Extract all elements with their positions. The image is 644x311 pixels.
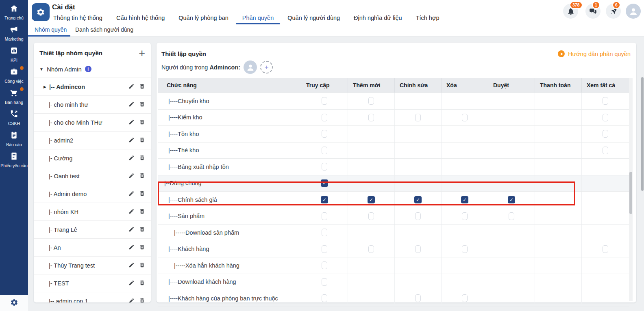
sidebar-item-marketing[interactable]: Marketing <box>0 23 28 44</box>
delete-trash-icon[interactable] <box>139 101 145 108</box>
checkbox-truy-cap-kiem-kho[interactable] <box>322 114 327 121</box>
group-row-trang-le[interactable]: |- Trang Lê <box>34 220 151 238</box>
group-row-admincon[interactable]: ▶|-- Admincon <box>34 78 151 95</box>
checkbox-xoa-kiem-kho[interactable] <box>462 114 468 121</box>
edit-pencil-icon[interactable] <box>128 83 135 91</box>
edit-pencil-icon[interactable] <box>128 280 135 287</box>
delete-trash-icon[interactable] <box>139 119 145 126</box>
checkbox-truy-cap-chuyen-kho[interactable] <box>322 97 327 105</box>
checkbox-truy-cap-ton-kho[interactable] <box>322 130 327 138</box>
delete-trash-icon[interactable] <box>139 262 145 269</box>
member-avatar[interactable] <box>244 60 257 74</box>
delete-trash-icon[interactable] <box>139 208 145 216</box>
checkbox-truy-cap-xoa-han-khach-hang[interactable] <box>322 261 327 269</box>
checkbox-xem-tat-ca-khach-hang[interactable] <box>603 245 608 253</box>
chevron-right-icon[interactable]: ▶ <box>44 85 46 89</box>
tab-dinh-nghia-du-lieu[interactable]: Định nghĩa dữ liệu <box>354 15 402 24</box>
add-user-button[interactable]: + <box>260 61 273 73</box>
user-avatar[interactable] <box>626 4 641 19</box>
messages-button[interactable]: 1 <box>585 4 600 19</box>
checkbox-truy-cap-download-san-pham[interactable] <box>322 229 327 236</box>
checkbox-chinh-sua-san-pham[interactable] <box>415 212 421 220</box>
edit-pencil-icon[interactable] <box>128 262 135 269</box>
root-group-row[interactable]: ▼ Nhóm Admin i <box>34 64 151 74</box>
edit-pencil-icon[interactable] <box>128 137 135 144</box>
rocket-button[interactable]: 6 <box>606 4 621 19</box>
chevron-down-icon[interactable]: ▼ <box>39 67 44 71</box>
checkbox-them-moi-chuyen-kho[interactable] <box>368 97 374 105</box>
checkbox-xem-tat-ca-chuyen-kho[interactable] <box>603 97 608 105</box>
settings-app-icon[interactable] <box>32 3 50 21</box>
tab-quan-ly-nguoi-dung[interactable]: Quản lý người dùng <box>287 15 340 24</box>
window-scrollbar-thumb[interactable] <box>641 77 644 191</box>
checkbox-truy-cap-bang-xuat-nhap-ton[interactable] <box>322 163 327 171</box>
group-row-oanh-test[interactable]: |- Oanh test <box>34 167 151 185</box>
sidebar-item-ban-hang[interactable]: Bán hàng <box>0 86 28 107</box>
group-row-admin2[interactable]: |- admin2 <box>34 131 151 149</box>
checkbox-them-moi-chinh-sach-gia[interactable]: ✓ <box>368 196 375 203</box>
tab-quan-ly-phong-ban[interactable]: Quản lý phòng ban <box>178 15 228 24</box>
checkbox-truy-cap-chinh-sach-gia[interactable]: ✓ <box>321 196 328 203</box>
delete-trash-icon[interactable] <box>139 173 145 180</box>
group-row-nhom-kh[interactable]: |- nhóm KH <box>34 203 151 220</box>
edit-pencil-icon[interactable] <box>128 173 135 180</box>
checkbox-xoa-khach-hang-cua-phong-ban-truc-thuoc[interactable] <box>462 294 468 302</box>
subtab-nhom-quyen[interactable]: Nhóm quyền <box>35 26 67 33</box>
delete-trash-icon[interactable] <box>139 298 145 303</box>
checkbox-xem-tat-ca-kiem-kho[interactable] <box>603 114 608 121</box>
checkbox-truy-cap-the-kho[interactable] <box>322 147 327 154</box>
tab-thong-tin-he-thong[interactable]: Thông tin hệ thống <box>53 15 102 24</box>
delete-trash-icon[interactable] <box>139 137 145 144</box>
checkbox-them-moi-kiem-kho[interactable] <box>368 114 374 121</box>
sidebar-item-bao-cao[interactable]: Báo cáo <box>0 128 28 149</box>
edit-pencil-icon[interactable] <box>128 119 135 126</box>
checkbox-chinh-sua-kiem-kho[interactable] <box>415 114 421 121</box>
checkbox-truy-cap-khach-hang-cua-phong-ban-truc-thuoc[interactable] <box>322 294 327 302</box>
permission-guide-link[interactable]: Hướng dẫn phân quyền <box>558 50 631 57</box>
group-row-test[interactable]: |- TEST <box>34 274 151 292</box>
checkbox-xoa-khach-hang[interactable] <box>462 245 468 253</box>
tab-tich-hop[interactable]: Tích hợp <box>416 15 439 24</box>
sidebar-item-trang-chu[interactable]: Trang chủ <box>0 2 28 23</box>
delete-trash-icon[interactable] <box>139 155 145 162</box>
notifications-bell-button[interactable]: 378 <box>563 4 578 19</box>
checkbox-truy-cap-dung-chung[interactable]: ✓ <box>321 179 328 187</box>
sidebar-item-cong-viec[interactable]: Công việc <box>0 65 28 86</box>
checkbox-xoa-chinh-sach-gia[interactable]: ✓ <box>461 196 468 203</box>
checkbox-duyet-san-pham[interactable] <box>509 212 514 220</box>
checkbox-chinh-sua-khach-hang-cua-phong-ban-truc-thuoc[interactable] <box>415 294 421 302</box>
checkbox-xem-tat-ca-the-kho[interactable] <box>603 147 608 154</box>
add-group-button[interactable]: + <box>139 50 145 57</box>
delete-trash-icon[interactable] <box>139 226 145 233</box>
sidebar-item-phieu-yeu-cau[interactable]: Phiếu yêu cầu <box>0 149 28 171</box>
group-row-an[interactable]: |- An <box>34 238 151 256</box>
subtab-danh-sach-nguoi-dung[interactable]: Danh sách người dùng <box>75 26 133 33</box>
edit-pencil-icon[interactable] <box>128 190 135 198</box>
group-row-admin-demo[interactable]: |- Admin demo <box>34 185 151 203</box>
delete-trash-icon[interactable] <box>139 83 145 91</box>
checkbox-truy-cap-khach-hang[interactable] <box>322 245 327 253</box>
checkbox-chinh-sua-chinh-sach-gia[interactable]: ✓ <box>414 196 422 203</box>
edit-pencil-icon[interactable] <box>128 155 135 162</box>
checkbox-xem-tat-ca-ton-kho[interactable] <box>603 130 608 138</box>
delete-trash-icon[interactable] <box>139 280 145 287</box>
delete-trash-icon[interactable] <box>139 244 145 251</box>
info-icon[interactable]: i <box>85 66 91 72</box>
group-row-cho-minh-thu[interactable]: |- cho minh thư <box>34 95 151 113</box>
checkbox-truy-cap-download-khach-hang[interactable] <box>322 278 327 286</box>
checkbox-them-moi-san-pham[interactable] <box>368 212 374 220</box>
sidebar-item-cskh[interactable]: CSKH <box>0 107 28 128</box>
edit-pencil-icon[interactable] <box>128 101 135 108</box>
checkbox-them-moi-khach-hang[interactable] <box>368 245 374 253</box>
delete-trash-icon[interactable] <box>139 190 145 198</box>
checkbox-duyet-chinh-sach-gia[interactable]: ✓ <box>508 196 515 203</box>
sidebar-item-kpi[interactable]: KPI <box>0 44 28 65</box>
edit-pencil-icon[interactable] <box>128 298 135 303</box>
settings-gear-icon[interactable] <box>10 298 18 308</box>
edit-pencil-icon[interactable] <box>128 208 135 216</box>
checkbox-truy-cap-san-pham[interactable] <box>322 212 327 220</box>
table-scrollbar-thumb[interactable] <box>629 172 632 214</box>
checkbox-chinh-sua-khach-hang[interactable] <box>415 245 421 253</box>
group-row-thuy-trang-test[interactable]: |- Thùy Trang test <box>34 256 151 274</box>
group-row-admin-con-1[interactable]: |-- admin con 1 <box>34 292 151 302</box>
